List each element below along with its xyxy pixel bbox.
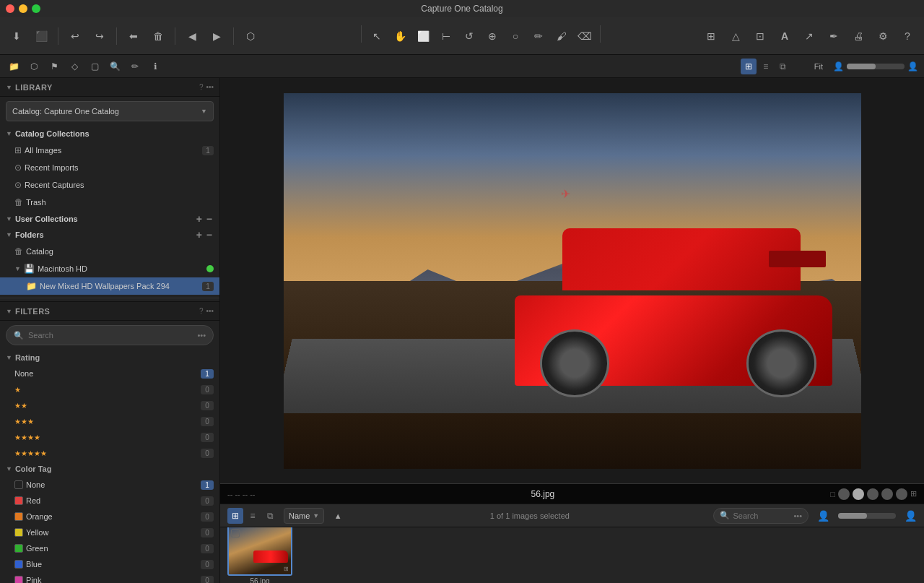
all-images-item[interactable]: ⊞ All Images 1: [0, 142, 219, 159]
rating-none-item[interactable]: None 1: [0, 366, 219, 381]
view-dot-2[interactable]: [853, 488, 864, 500]
pan-tool[interactable]: ✋: [389, 25, 411, 47]
rating-group-header[interactable]: ▼ Rating: [0, 350, 219, 366]
image-viewer[interactable]: ✈: [220, 78, 924, 483]
view-dot-5[interactable]: [896, 488, 907, 500]
catalog-collections-header[interactable]: ▼ Catalog Collections: [0, 126, 219, 142]
lib-search-icon[interactable]: 🔍: [107, 59, 123, 74]
add-user-collection-btn[interactable]: +: [195, 213, 204, 225]
grid-view-mode-btn[interactable]: ⊞: [741, 59, 757, 74]
draw-tool[interactable]: ✏: [528, 25, 549, 47]
thumb-search-opts-icon[interactable]: •••: [793, 511, 802, 520]
rating-2-item[interactable]: ★★ 0: [0, 397, 219, 413]
maximize-button[interactable]: [32, 4, 40, 13]
sort-selector[interactable]: Name ▼: [284, 508, 324, 524]
color-blue-item[interactable]: Blue 0: [0, 556, 219, 572]
color-tag-group-header[interactable]: ▼ Color Tag: [0, 461, 219, 477]
thumb-grid-btn[interactable]: ⊞: [227, 508, 243, 524]
filters-help-icon[interactable]: ?: [199, 307, 204, 315]
lib-tag-icon[interactable]: ◇: [66, 59, 82, 74]
color-pink-item[interactable]: Pink 0: [0, 572, 219, 583]
folders-header[interactable]: ▼ Folders + −: [0, 227, 219, 243]
macintosh-hd-item[interactable]: ▼ 💾 Macintosh HD: [0, 260, 219, 277]
undo-button[interactable]: ↩: [64, 25, 86, 47]
library-chevron[interactable]: ▼: [6, 84, 12, 91]
grid-view-btn[interactable]: ⊞: [700, 25, 722, 47]
forward-button[interactable]: ▶: [206, 25, 227, 47]
thumbnail-item-1[interactable]: ⊞: [227, 527, 292, 576]
compare-btn[interactable]: ⊡: [749, 25, 771, 47]
delete-button[interactable]: 🗑: [147, 25, 169, 47]
catalog-folder-item[interactable]: 🗑 Catalog: [0, 243, 219, 260]
thumb-detail-btn[interactable]: ⧉: [262, 508, 278, 524]
lib-pencil-icon[interactable]: ✏: [127, 59, 143, 74]
recent-imports-item[interactable]: ⊙ Recent Imports: [0, 159, 219, 176]
macintosh-hd-chevron: ▼: [14, 265, 21, 272]
thumb-checkbox-1[interactable]: [231, 529, 240, 537]
circle-tool[interactable]: ○: [505, 25, 526, 47]
view-dot-3[interactable]: [867, 488, 879, 500]
warning-btn[interactable]: △: [725, 25, 746, 47]
rating-3-item[interactable]: ★★★ 0: [0, 413, 219, 429]
camera-button[interactable]: ⬛: [30, 25, 52, 47]
rating-1-item[interactable]: ★ 0: [0, 381, 219, 397]
rating-5-item[interactable]: ★★★★★ 0: [0, 445, 219, 461]
lib-crop-icon[interactable]: ▢: [87, 59, 103, 74]
info-panel-icon[interactable]: ⊞: [910, 489, 917, 498]
transform-tool[interactable]: ↺: [458, 25, 480, 47]
minimize-button[interactable]: [19, 4, 27, 13]
remove-folder-btn[interactable]: −: [205, 229, 214, 241]
remove-user-collection-btn[interactable]: −: [205, 213, 214, 225]
filters-chevron[interactable]: ▼: [6, 308, 12, 315]
edit-btn[interactable]: ✒: [823, 25, 845, 47]
lib-folder-icon[interactable]: 📁: [6, 59, 22, 74]
spot-tool[interactable]: ⊕: [481, 25, 503, 47]
color-orange-item[interactable]: Orange 0: [0, 509, 219, 524]
user-collections-header[interactable]: ▼ User Collections + −: [0, 211, 219, 227]
thumb-list-btn[interactable]: ≡: [245, 508, 261, 524]
print-btn[interactable]: 🖨: [847, 25, 869, 47]
color-red-item[interactable]: Red 0: [0, 493, 219, 509]
view-dot-1[interactable]: [838, 488, 850, 500]
zoom-fit-btn[interactable]: ↗: [798, 25, 820, 47]
text-tool-btn[interactable]: A: [774, 25, 796, 47]
back-button[interactable]: ◀: [181, 25, 203, 47]
thumb-search-input[interactable]: [733, 511, 790, 520]
sort-order-btn[interactable]: ▲: [330, 508, 346, 524]
list-view-mode-btn[interactable]: ≡: [758, 59, 774, 74]
straighten-tool[interactable]: ⊢: [435, 25, 457, 47]
rating-4-item[interactable]: ★★★★ 0: [0, 429, 219, 445]
import-button[interactable]: ⬇: [6, 25, 27, 47]
library-more-icon[interactable]: •••: [206, 83, 214, 91]
thumb-expand-icon-1[interactable]: ⊞: [284, 566, 289, 572]
color-none-item[interactable]: None 1: [0, 477, 219, 493]
help-btn[interactable]: ?: [897, 25, 918, 47]
compare-view-mode-btn[interactable]: ⧉: [775, 59, 791, 74]
catalog-selector[interactable]: Catalog: Capture One Catalog ▼: [6, 101, 214, 121]
move-left-button[interactable]: ⬅: [123, 25, 144, 47]
color-yellow-item[interactable]: Yellow 0: [0, 524, 219, 540]
crop-tool[interactable]: ⬜: [412, 25, 434, 47]
redo-button[interactable]: ↪: [89, 25, 110, 47]
add-folder-btn[interactable]: +: [195, 229, 204, 241]
select-tool[interactable]: ↖: [366, 25, 388, 47]
eraser-tool[interactable]: ⌫: [574, 25, 596, 47]
recent-captures-item[interactable]: ⊙ Recent Captures: [0, 176, 219, 194]
view-dot-4[interactable]: [881, 488, 893, 500]
wallpapers-folder-item[interactable]: 📁 New Mixed HD Wallpapers Pack 294 1: [0, 277, 219, 295]
thumb-search-bar[interactable]: 🔍 •••: [713, 508, 808, 524]
layers-button[interactable]: ⬡: [240, 25, 261, 47]
lib-flag-icon[interactable]: ⚑: [46, 59, 62, 74]
color-green-item[interactable]: Green 0: [0, 540, 219, 556]
filter-search-input[interactable]: [28, 331, 193, 340]
filter-search-bar[interactable]: 🔍 •••: [6, 325, 214, 345]
filters-more-icon[interactable]: •••: [206, 307, 214, 315]
lib-camera-icon[interactable]: ⬡: [26, 59, 42, 74]
brush-tool[interactable]: 🖌: [551, 25, 572, 47]
settings-btn[interactable]: ⚙: [872, 25, 894, 47]
library-help-icon[interactable]: ?: [199, 83, 204, 91]
close-button[interactable]: [6, 4, 14, 13]
lib-info-icon[interactable]: ℹ: [147, 59, 163, 74]
filter-search-options-icon[interactable]: •••: [197, 331, 206, 340]
trash-item[interactable]: 🗑 Trash: [0, 194, 219, 211]
